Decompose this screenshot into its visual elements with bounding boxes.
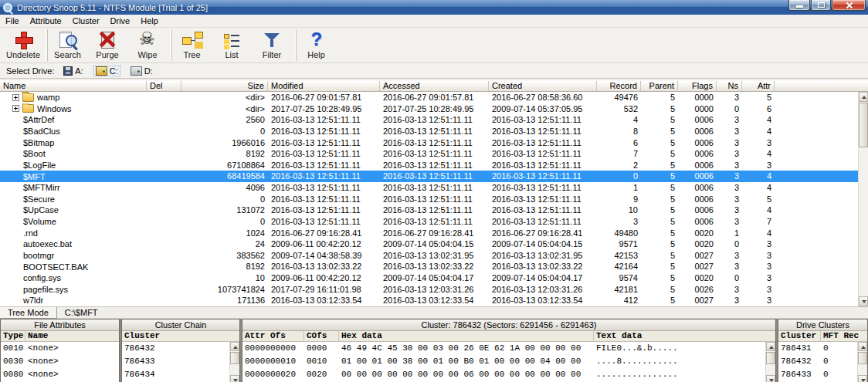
hx-column-cofs[interactable]: COfs [304,331,339,341]
toolbar-button-label: Help [307,50,325,59]
table-row[interactable]: $AttrDef 2560 2016-03-13 12:51:11.11 201… [0,114,868,126]
column-header-del[interactable]: Del [147,81,181,91]
table-row[interactable]: $Bitmap 1966016 2016-03-13 12:51:11.11 2… [0,137,868,149]
hx-column-hex-data[interactable]: Hex data [339,331,594,341]
scroll-up-icon[interactable] [859,92,868,102]
cell-parent: 5 [641,182,678,194]
column-header-flags[interactable]: Flags [678,81,717,91]
scroll-down-icon[interactable] [230,375,239,382]
cell-del [147,216,181,228]
scroll-up-icon[interactable] [766,342,775,351]
cell-modified: 2009-07-14 04:38:58.39 [268,250,380,262]
cell-modified: 2016-03-13 13:02:33.22 [268,261,380,272]
fa-column-type[interactable]: Type [1,331,25,341]
menu-item[interactable]: Drive [105,15,136,26]
toolbar-button[interactable]: Undelete [3,29,43,61]
cluster-chain-row[interactable]: 786434 [122,368,239,381]
column-header-name[interactable]: Name [0,81,147,91]
hex-row[interactable]: 0000000020 0020 00 00 00 00 00 00 00 00 … [242,368,775,381]
table-row[interactable]: $BadClus 0 2016-03-13 12:51:11.11 2016-0… [0,126,868,137]
table-row[interactable]: .rnd 1024 2016-06-27 09:16:28.41 2016-06… [0,228,868,239]
dc-column-mft-rec[interactable]: MFT Rec [821,331,867,341]
table-row[interactable]: wamp <dir> 2016-06-27 09:01:57.81 2016-0… [0,92,868,103]
file-attribute-row[interactable]: 0030 <none> [1,355,119,368]
drive-item[interactable]: C: [94,66,120,76]
table-row[interactable]: config.sys 10 2009-06-11 00:42:20.12 200… [0,272,868,284]
minimize-button[interactable] [788,0,810,11]
table-row[interactable]: $MFT 68419584 2016-03-13 12:51:11.11 201… [0,171,868,182]
scroll-down-icon[interactable] [858,375,867,382]
hex-row[interactable]: 0000000010 0010 01 00 01 00 38 00 01 00 … [242,355,775,368]
table-row[interactable]: autoexec.bat 24 2009-06-11 00:42:20.12 2… [0,238,868,250]
scroll-thumb[interactable] [230,352,239,364]
cell-created: 2016-03-13 12:03:31.26 [489,284,597,296]
cc-column-cluster[interactable]: Cluster [122,331,239,341]
drive-cluster-row[interactable]: 786431 0 [778,342,867,355]
scroll-up-icon[interactable] [230,342,239,351]
hx-column-attr-ofs[interactable]: Attr Ofs [242,331,304,341]
toolbar-button[interactable]: Search [47,29,87,61]
cell-accessed: 2016-03-13 03:12:33.54 [380,295,489,306]
file-attribute-row[interactable]: 0080 <none> [1,368,119,381]
scroll-down-icon[interactable] [766,375,775,382]
drive-clusters-scrollbar[interactable] [857,342,867,382]
scroll-thumb[interactable] [859,103,868,147]
table-row[interactable]: $LogFile 67108864 2016-03-13 12:51:11.11… [0,160,868,171]
cell-modified: 2016-03-13 12:51:11.11 [268,205,380,216]
file-attribute-row[interactable]: 0010 <none> [1,342,119,355]
column-header-modified[interactable]: Modified [268,81,380,91]
column-header-parent[interactable]: Parent [641,81,678,91]
table-row[interactable]: $MFTMirr 4096 2016-03-13 12:51:11.11 201… [0,182,868,194]
drive-item[interactable]: D: [129,66,154,76]
table-row[interactable]: $UpCase 131072 2016-03-13 12:51:11.11 20… [0,205,868,216]
table-row[interactable]: $Secure 0 2016-03-13 12:51:11.11 2016-03… [0,194,868,205]
search-icon [58,31,78,49]
toolbar-button[interactable]: Filter [252,29,292,61]
toolbar-button[interactable]: Tree [171,29,212,61]
toolbar-button[interactable]: Help [296,29,336,61]
tab-tree-mode[interactable]: Tree Mode [0,307,57,319]
cluster-chain-row[interactable]: 786433 [122,355,239,368]
expand-icon[interactable] [12,105,19,112]
column-header-record[interactable]: Record [597,81,641,91]
drive-item[interactable]: A: [62,66,84,76]
column-header-created[interactable]: Created [489,81,597,91]
maximize-button[interactable] [811,0,831,11]
hex-row[interactable]: 0000000000 0000 46 49 4C 45 30 00 03 00 … [242,342,775,355]
menu-item[interactable]: File [0,15,25,26]
toolbar-button[interactable]: List [212,29,252,61]
table-row[interactable]: BOOTSECT.BAK 8192 2016-03-13 13:02:33.22… [0,261,868,272]
cluster-chain-row[interactable]: 786432 [122,342,239,355]
menu-item[interactable]: Attribute [25,15,67,26]
toolbar-button[interactable]: Wipe [127,29,168,61]
hx-column-text-data[interactable]: Text data [594,331,775,341]
scroll-thumb[interactable] [766,352,775,364]
scroll-up-icon[interactable] [858,342,867,351]
menu-item[interactable]: Cluster [67,15,105,26]
scroll-down-icon[interactable] [859,296,868,306]
fa-column-name[interactable]: Name [25,331,119,341]
table-row[interactable]: $Boot 8192 2016-03-13 12:51:11.11 2016-0… [0,148,868,160]
cluster-chain-scrollbar[interactable] [229,342,239,382]
column-header-attr[interactable]: Attr [742,81,775,91]
dc-column-cluster[interactable]: Cluster [778,331,821,341]
menu-item[interactable]: Help [135,15,164,26]
table-row[interactable]: w7ldr 171136 2016-03-13 03:12:33.54 2016… [0,295,868,306]
close-button[interactable] [832,0,866,11]
table-row[interactable]: $Volume 0 2016-03-13 12:51:11.11 2016-03… [0,216,868,228]
table-row[interactable]: bootmgr 383562 2009-07-14 04:38:58.39 20… [0,250,868,262]
table-row[interactable]: pagefile.sys 1073741824 2017-07-29 16:11… [0,284,868,296]
cluster-view-scrollbar[interactable] [765,342,775,382]
drive-cluster-row[interactable]: 786433 0 [778,368,867,381]
toolbar-button[interactable]: Purge [87,29,127,61]
column-header-accessed[interactable]: Accessed [380,81,489,91]
scroll-thumb[interactable] [858,352,867,364]
expand-icon[interactable] [12,94,19,101]
drive-bar: Select Drive: A: C: D: [0,63,868,78]
drive-cluster-row[interactable]: 786432 0 [778,355,867,368]
table-scrollbar[interactable] [858,92,868,306]
cell-parent: 5 [641,92,678,103]
column-header-size[interactable]: Size [181,81,268,91]
column-header-ns[interactable]: Ns [717,81,742,91]
table-row[interactable]: Windows <dir> 2017-07-25 10:28:49.95 201… [0,103,868,115]
